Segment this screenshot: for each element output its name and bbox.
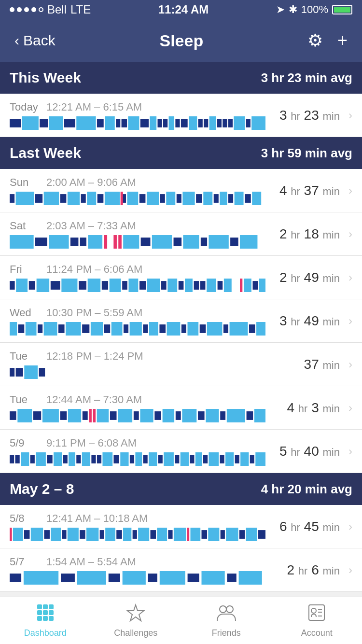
- sleep-row-sat[interactable]: Sat 2:03 AM – 7:33 AM: [0, 212, 362, 256]
- svg-rect-137: [93, 409, 96, 422]
- sleep-bar-sat: [10, 235, 265, 249]
- sleep-row-5-7[interactable]: 5/7 1:54 AM – 5:54 AM: [0, 548, 362, 592]
- sleep-row-tue-long[interactable]: Tue 12:44 AM – 7:30 AM: [0, 386, 362, 430]
- svg-rect-65: [141, 238, 151, 246]
- settings-button[interactable]: ⚙: [307, 30, 323, 51]
- svg-marker-237: [127, 605, 144, 621]
- svg-rect-94: [218, 281, 223, 290]
- back-button[interactable]: ‹ Back: [14, 32, 56, 49]
- svg-rect-156: [30, 455, 35, 463]
- sleep-row-5-8[interactable]: 5/8 12:41 AM – 10:18 AM: [0, 505, 362, 548]
- svg-rect-60: [88, 235, 102, 249]
- svg-rect-185: [250, 455, 254, 463]
- svg-rect-132: [42, 409, 59, 422]
- chevron-5-7: ›: [348, 563, 352, 577]
- svg-rect-114: [149, 322, 158, 336]
- tab-challenges-label: Challenges: [114, 628, 157, 638]
- svg-rect-116: [167, 322, 181, 336]
- time-label-sat: 2:03 AM – 7:33 AM: [46, 220, 136, 232]
- time-label-5-8: 12:41 AM – 10:18 AM: [46, 512, 148, 525]
- svg-rect-54: [121, 192, 123, 205]
- svg-rect-41: [147, 192, 159, 205]
- sleep-bar-tue-long: [10, 409, 265, 422]
- svg-rect-136: [89, 409, 91, 422]
- svg-rect-202: [138, 528, 149, 541]
- battery-icon: [332, 5, 352, 14]
- sleep-row-wed[interactable]: Wed 10:30 PM – 5:59 AM: [0, 299, 362, 343]
- dot3: [24, 7, 29, 12]
- sleep-bar-5-9: [10, 452, 265, 466]
- svg-rect-191: [44, 530, 50, 539]
- svg-rect-63: [118, 235, 122, 249]
- svg-rect-47: [203, 192, 212, 205]
- svg-rect-20: [204, 119, 208, 127]
- svg-rect-6: [97, 119, 104, 127]
- sleep-bar-5-7: [10, 571, 265, 585]
- svg-rect-181: [220, 455, 224, 463]
- svg-rect-35: [87, 192, 96, 205]
- svg-rect-151: [247, 411, 253, 420]
- svg-rect-86: [147, 279, 160, 292]
- svg-rect-170: [135, 452, 142, 466]
- sleep-row-fri[interactable]: Fri 11:24 PM – 6:06 AM: [0, 256, 362, 299]
- svg-rect-89: [179, 281, 184, 290]
- svg-rect-82: [110, 279, 121, 292]
- svg-rect-148: [206, 409, 219, 422]
- svg-rect-99: [259, 279, 265, 292]
- svg-rect-203: [151, 530, 156, 539]
- svg-rect-149: [220, 411, 225, 420]
- time-label-wed: 10:30 PM – 5:59 AM: [46, 307, 142, 319]
- row-date-5-7: 5/7 1:54 AM – 5:54 AM: [10, 556, 265, 568]
- tab-challenges[interactable]: Challenges: [91, 603, 181, 638]
- svg-rect-39: [127, 192, 139, 205]
- svg-rect-139: [110, 411, 117, 420]
- row-left-tue-short: Tue 12:18 PM – 1:24 PM: [10, 350, 265, 379]
- sleep-row-tue-short[interactable]: Tue 12:18 PM – 1:24 PM 37 min ›: [0, 343, 362, 386]
- dashboard-icon: [36, 603, 55, 626]
- svg-rect-134: [68, 409, 81, 422]
- svg-rect-164: [91, 455, 96, 463]
- section-this-week-header: This Week 3 hr 23 min avg: [0, 62, 362, 94]
- svg-rect-108: [91, 322, 103, 336]
- sleep-row-sun[interactable]: Sun 2:00 AM – 9:06 AM: [0, 169, 362, 212]
- tab-dashboard[interactable]: Dashboard: [0, 603, 91, 638]
- svg-rect-235: [43, 616, 48, 621]
- time-label-5-9: 9:11 PM – 6:08 AM: [46, 437, 137, 449]
- sleep-row-5-9[interactable]: 5/9 9:11 PM – 6:08 AM: [0, 430, 362, 473]
- svg-rect-68: [183, 235, 199, 249]
- svg-rect-105: [58, 324, 65, 333]
- dot5: [39, 7, 43, 12]
- svg-rect-173: [158, 455, 163, 463]
- tab-account[interactable]: Account: [272, 603, 362, 638]
- svg-rect-224: [188, 574, 199, 582]
- sleep-row-today[interactable]: Today 12:21 AM – 6:15 AM: [0, 94, 362, 137]
- nav-bar: ‹ Back Sleep ⚙ +: [0, 19, 362, 62]
- add-button[interactable]: +: [337, 30, 348, 51]
- day-label-tue-short: Tue: [10, 350, 39, 363]
- svg-rect-186: [255, 452, 265, 466]
- svg-rect-180: [209, 452, 219, 466]
- svg-rect-216: [10, 574, 21, 582]
- svg-rect-117: [181, 324, 186, 333]
- row-left-sat: Sat 2:03 AM – 7:33 AM: [10, 220, 265, 249]
- svg-rect-163: [82, 452, 90, 466]
- day-label-wed: Wed: [10, 307, 39, 319]
- day-label-5-9: 5/9: [10, 437, 39, 449]
- svg-rect-32: [60, 194, 67, 203]
- svg-rect-232: [43, 610, 48, 615]
- section-this-week-avg: 3 hr 23 min avg: [261, 70, 352, 85]
- svg-rect-42: [160, 194, 165, 203]
- svg-rect-59: [80, 238, 86, 246]
- row-left-wed: Wed 10:30 PM – 5:59 AM: [10, 307, 265, 336]
- tab-account-label: Account: [301, 628, 333, 638]
- row-date-today: Today 12:21 AM – 6:15 AM: [10, 101, 265, 113]
- dot4: [31, 7, 36, 12]
- svg-rect-69: [201, 238, 207, 246]
- svg-rect-205: [168, 530, 172, 539]
- svg-rect-220: [109, 574, 120, 582]
- dot1: [10, 7, 14, 12]
- svg-rect-3: [49, 116, 63, 130]
- tab-friends[interactable]: Friends: [181, 603, 272, 638]
- svg-rect-162: [76, 455, 81, 463]
- svg-rect-193: [62, 530, 66, 539]
